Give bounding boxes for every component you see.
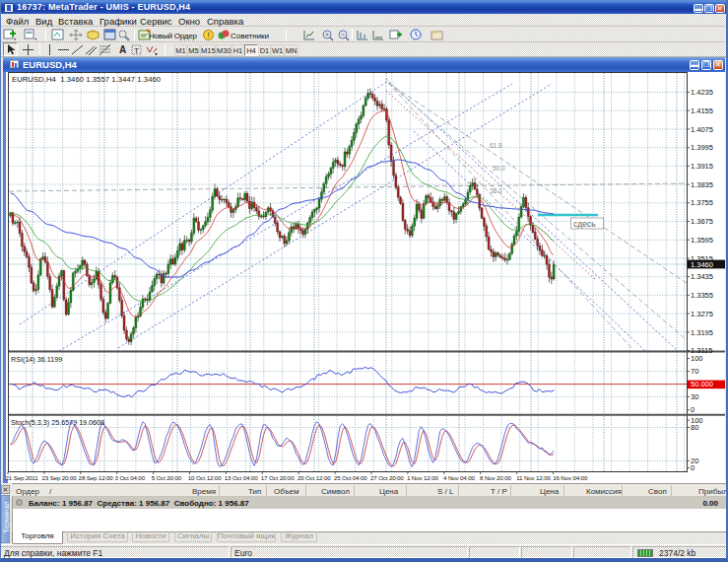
- svg-text:0: 0: [691, 405, 695, 414]
- svg-text:1.3595: 1.3595: [691, 236, 713, 245]
- svg-text:50.000: 50.000: [691, 380, 713, 388]
- svg-text:1.3115: 1.3115: [691, 346, 712, 355]
- svg-text:13 Oct 04:00: 13 Oct 04:00: [225, 474, 258, 481]
- svg-text:25 Oct 04:00: 25 Oct 04:00: [334, 474, 367, 481]
- svg-text:30: 30: [691, 392, 698, 401]
- svg-text:1.3675: 1.3675: [691, 217, 713, 226]
- svg-text:28 Sep 12:00: 28 Sep 12:00: [79, 474, 114, 481]
- svg-text:1.3995: 1.3995: [691, 143, 713, 152]
- svg-text:27 Oct 20:00: 27 Oct 20:00: [370, 474, 404, 481]
- svg-text:8 Nov 20:00: 8 Nov 20:00: [480, 474, 511, 481]
- svg-text:4 Nov 04:00: 4 Nov 04:00: [443, 474, 475, 481]
- svg-text:0: 0: [691, 463, 695, 472]
- svg-text:17 Oct 20:00: 17 Oct 20:00: [261, 474, 295, 481]
- svg-text:80: 80: [691, 423, 698, 432]
- svg-text:1.3435: 1.3435: [691, 272, 713, 281]
- svg-text:RSI(14) 36.1199: RSI(14) 36.1199: [11, 355, 62, 364]
- svg-text:1.4235: 1.4235: [691, 88, 713, 97]
- svg-text:50.0: 50.0: [493, 165, 505, 172]
- svg-text:100: 100: [691, 354, 703, 363]
- svg-text:70: 70: [691, 367, 698, 376]
- svg-text:21 Sep 2011: 21 Sep 2011: [6, 474, 39, 481]
- svg-text:1.3835: 1.3835: [691, 180, 713, 189]
- svg-text:1.3195: 1.3195: [691, 328, 713, 337]
- svg-text:1.3355: 1.3355: [691, 291, 713, 300]
- svg-text:Stoch(5,3,3) 25.6579 19.0608: Stoch(5,3,3) 25.6579 19.0608: [11, 418, 104, 427]
- svg-text:1.4075: 1.4075: [691, 125, 713, 134]
- svg-text:1.3755: 1.3755: [691, 198, 713, 207]
- svg-text:1.3460: 1.3460: [691, 260, 713, 269]
- svg-text:3 Oct 04:00: 3 Oct 04:00: [115, 474, 146, 481]
- svg-text:1 Nov 12:00: 1 Nov 12:00: [407, 474, 438, 481]
- svg-text:сдесь: сдесь: [573, 219, 596, 229]
- svg-text:10 Oct 12:00: 10 Oct 12:00: [188, 474, 222, 481]
- svg-text:61.8: 61.8: [490, 142, 502, 149]
- svg-text:1.3275: 1.3275: [691, 310, 713, 318]
- svg-text:20 Oct 12:00: 20 Oct 12:00: [298, 474, 331, 481]
- svg-text:1.4155: 1.4155: [691, 106, 713, 115]
- svg-text:5 Oct 20:00: 5 Oct 20:00: [152, 474, 182, 481]
- svg-text:1.3915: 1.3915: [691, 162, 713, 171]
- svg-text:23 Sep 20:00: 23 Sep 20:00: [42, 474, 78, 481]
- svg-text:11 Nov 12:00: 11 Nov 12:00: [516, 474, 551, 481]
- svg-text:38.2: 38.2: [490, 187, 502, 194]
- svg-text:16 Nov 04:00: 16 Nov 04:00: [553, 474, 588, 481]
